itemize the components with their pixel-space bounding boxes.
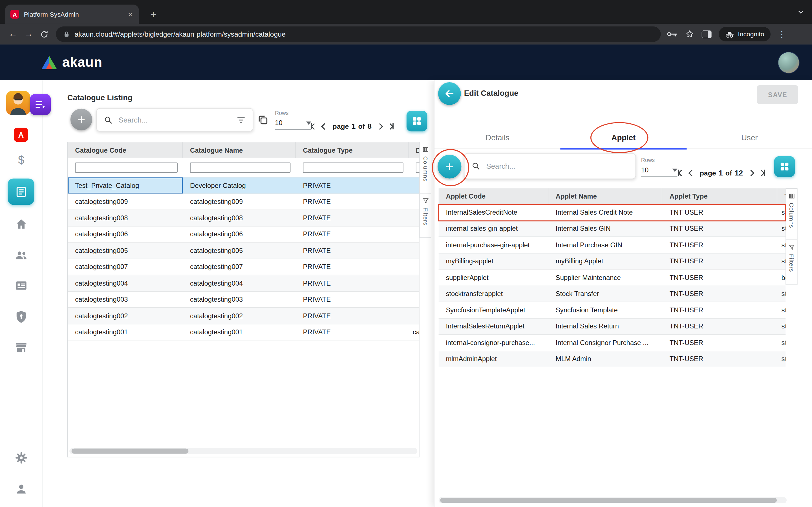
filter-input-catalogue-type[interactable] bbox=[303, 163, 403, 173]
col-catalogue-type[interactable]: Catalogue Type bbox=[296, 142, 409, 158]
next-page-icon[interactable] bbox=[749, 170, 753, 175]
reload-icon[interactable] bbox=[36, 26, 52, 42]
browser-menu-icon[interactable]: ⋮ bbox=[777, 29, 786, 39]
last-page-icon[interactable] bbox=[388, 123, 394, 129]
filters-toggle[interactable]: Filters bbox=[419, 193, 432, 238]
filters-toggle[interactable]: Filters bbox=[785, 240, 797, 284]
profile-person-icon[interactable] bbox=[14, 482, 28, 496]
security-shield-icon[interactable] bbox=[14, 311, 28, 324]
col-catalogue-name[interactable]: Catalogue Name bbox=[183, 142, 296, 158]
table-row[interactable]: SyncfusionTemplateApplet Syncfusion Temp… bbox=[439, 302, 786, 319]
grid-view-button[interactable] bbox=[407, 111, 427, 131]
table-row[interactable]: internal-purchase-gin-applet Internal Pu… bbox=[439, 237, 786, 253]
table-row[interactable]: stocktransferapplet Stock Transfer TNT-U… bbox=[439, 286, 786, 302]
tab-list-chevron-icon[interactable] bbox=[797, 8, 805, 18]
incognito-icon bbox=[725, 30, 734, 38]
card-list-icon[interactable] bbox=[14, 279, 28, 292]
billing-dollar-icon[interactable]: $ bbox=[8, 153, 34, 168]
table-row[interactable]: catalogtesting003 catalogtesting003 PRIV… bbox=[68, 291, 419, 308]
rows-value: 10 bbox=[275, 119, 283, 127]
table-row[interactable]: catalogtesting005 catalogtesting005 PRIV… bbox=[68, 242, 419, 259]
cell-applet-type: TNT-USER bbox=[662, 225, 777, 233]
table-row[interactable]: Test_Private_Catalog Developer Catalog P… bbox=[68, 177, 419, 194]
rows-per-page-control[interactable]: Rows 10 bbox=[641, 157, 677, 177]
table-row[interactable]: catalogtesting008 catalogtesting008 PRIV… bbox=[68, 210, 419, 226]
grid-view-button[interactable] bbox=[774, 156, 795, 177]
table-row[interactable]: catalogtesting006 catalogtesting006 PRIV… bbox=[68, 226, 419, 243]
col-applet-type[interactable]: Applet Type bbox=[662, 188, 777, 204]
filter-input-catalogue-code[interactable] bbox=[75, 163, 177, 173]
add-applet-button[interactable]: + bbox=[438, 155, 461, 178]
horizontal-scrollbar[interactable] bbox=[439, 497, 786, 503]
col-applet-code[interactable]: Applet Code bbox=[439, 188, 548, 204]
table-row[interactable]: mlmAdminApplet MLM Admin TNT-USER st bbox=[439, 351, 786, 367]
browser-tab-strip: A Platform SysAdmin × + bbox=[0, 0, 812, 24]
table-row[interactable]: supplierApplet Supplier Maintenance TNT-… bbox=[439, 270, 786, 286]
col-applet-name[interactable]: Applet Name bbox=[548, 188, 662, 204]
first-page-icon[interactable] bbox=[678, 170, 684, 176]
table-row[interactable]: catalogtesting001 catalogtesting001 PRIV… bbox=[68, 324, 419, 341]
cell-catalogue-code: Test_Private_Catalog bbox=[68, 177, 183, 193]
last-page-icon[interactable] bbox=[759, 170, 765, 176]
playlist-menu-badge[interactable] bbox=[30, 94, 51, 115]
scrollbar-thumb[interactable] bbox=[71, 448, 188, 453]
prev-page-icon[interactable] bbox=[322, 124, 327, 129]
screen: A Platform SysAdmin × + ← → akaun.cloud/… bbox=[0, 0, 812, 507]
table-row[interactable]: catalogtesting007 catalogtesting007 PRIV… bbox=[68, 259, 419, 275]
back-button[interactable] bbox=[438, 82, 461, 105]
catalogue-search-input[interactable] bbox=[117, 115, 232, 124]
applet-search-input[interactable] bbox=[485, 161, 628, 171]
table-row[interactable]: internal-consignor-purchase... Internal … bbox=[439, 335, 786, 351]
sidebar-item-catalogue-active[interactable] bbox=[8, 179, 35, 205]
tab-details[interactable]: Details bbox=[435, 126, 560, 149]
horizontal-scrollbar[interactable] bbox=[69, 448, 417, 454]
funnel-icon bbox=[788, 244, 795, 250]
home-icon[interactable] bbox=[14, 217, 28, 231]
side-panel-icon[interactable] bbox=[702, 30, 712, 38]
bookmark-star-icon[interactable] bbox=[685, 30, 695, 39]
store-icon[interactable] bbox=[14, 341, 28, 354]
cell-applet-name: Stock Transfer bbox=[548, 290, 662, 298]
brand-name: akaun bbox=[62, 54, 102, 70]
table-row[interactable]: catalogtesting002 catalogtesting002 PRIV… bbox=[68, 308, 419, 324]
save-button[interactable]: SAVE bbox=[757, 86, 798, 104]
applet-table: Applet Code Applet Name Applet Type Te I… bbox=[439, 188, 786, 367]
col-catalogue-code[interactable]: Catalogue Code bbox=[68, 142, 183, 158]
user-avatar[interactable] bbox=[778, 52, 800, 73]
acrobat-icon[interactable]: A bbox=[14, 128, 28, 142]
cell-catalogue-type: PRIVATE bbox=[296, 312, 409, 320]
profile-avatar[interactable] bbox=[6, 91, 30, 115]
key-icon[interactable] bbox=[667, 31, 678, 38]
col-catalogue-extra[interactable]: De bbox=[409, 142, 419, 158]
filter-input-catalogue-name[interactable] bbox=[190, 163, 290, 173]
columns-toggle[interactable]: Columns bbox=[785, 188, 797, 240]
close-tab-icon[interactable]: × bbox=[127, 9, 133, 19]
tab-applet[interactable]: Applet bbox=[560, 126, 687, 149]
users-icon[interactable] bbox=[14, 248, 29, 262]
prev-page-icon[interactable] bbox=[689, 170, 694, 175]
table-row[interactable]: catalogtesting004 catalogtesting004 PRIV… bbox=[68, 275, 419, 291]
table-row[interactable]: internal-sales-gin-applet Internal Sales… bbox=[439, 221, 786, 237]
scrollbar-thumb[interactable] bbox=[440, 498, 777, 503]
browser-tab[interactable]: A Platform SysAdmin × bbox=[5, 5, 139, 24]
settings-gear-icon[interactable] bbox=[14, 451, 28, 465]
forward-icon[interactable]: → bbox=[20, 26, 36, 42]
table-row[interactable]: catalogtesting009 catalogtesting009 PRIV… bbox=[68, 194, 419, 210]
next-page-icon[interactable] bbox=[377, 124, 382, 129]
catalogue-filter-row bbox=[68, 158, 419, 177]
of-word: of bbox=[358, 122, 365, 130]
filter-list-icon[interactable] bbox=[237, 116, 245, 123]
rows-per-page-control[interactable]: Rows 10 bbox=[275, 110, 311, 130]
col-applet-extra[interactable]: Te bbox=[777, 188, 785, 204]
columns-toggle[interactable]: Columns bbox=[419, 142, 432, 193]
url-bar[interactable]: akaun.cloud/#/applets/bigledger/akaun-pl… bbox=[56, 26, 661, 42]
tab-user[interactable]: User bbox=[687, 126, 812, 149]
table-row[interactable]: InternalSalesCreditNote Internal Sales C… bbox=[439, 204, 786, 221]
table-row[interactable]: myBilling-applet myBilling Applet TNT-US… bbox=[439, 253, 786, 270]
first-page-icon[interactable] bbox=[311, 123, 317, 129]
new-tab-button[interactable]: + bbox=[146, 7, 160, 22]
add-catalogue-button[interactable]: + bbox=[70, 109, 92, 130]
copy-pages-icon[interactable] bbox=[257, 114, 268, 127]
table-row[interactable]: InternalSalesReturnApplet Internal Sales… bbox=[439, 318, 786, 335]
back-icon[interactable]: ← bbox=[5, 26, 20, 42]
